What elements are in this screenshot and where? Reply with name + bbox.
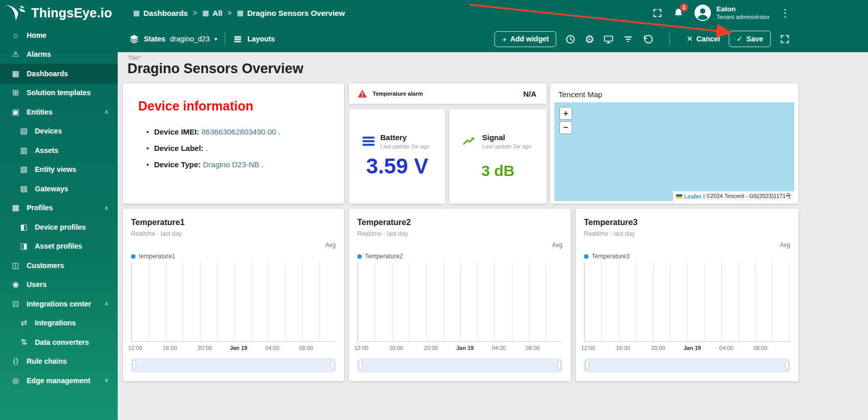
breadcrumb-all[interactable]: ▦ All	[202, 9, 222, 17]
breadcrumb-dashboards[interactable]: ▦ Dashboards	[133, 9, 188, 17]
notifications-button[interactable]: 1	[673, 8, 684, 18]
time-range-selector[interactable]	[584, 359, 790, 372]
sidebar-item-data-converters[interactable]: ⇅ Data converters	[0, 333, 118, 352]
layouts-button[interactable]: Layouts	[233, 34, 275, 44]
sidebar-item-home[interactable]: ⌂ Home	[0, 26, 118, 45]
dashboard-title-input[interactable]: Dragino Sensors Overview	[127, 61, 303, 77]
sidebar-item-asset-profiles[interactable]: ◨ Asset profiles	[0, 237, 118, 256]
chart-agg-label[interactable]: Avg	[552, 241, 562, 249]
kebab-icon: ⋮	[780, 7, 790, 19]
temperature1-chart-widget: Temperature1 Realtime - last day Avg tem…	[123, 209, 344, 381]
filters-button[interactable]	[623, 34, 634, 45]
breadcrumb-separator: >	[228, 9, 232, 17]
version-control-button[interactable]	[642, 34, 653, 45]
legend-label: Temperature2	[365, 253, 403, 260]
battery-last-update: Last update 2w ago	[380, 143, 429, 150]
save-label: Save	[746, 35, 763, 43]
states-label: States	[144, 35, 165, 43]
chart-plot-area	[131, 262, 336, 342]
time-range-selector[interactable]	[357, 359, 562, 372]
sidebar-item-profiles[interactable]: ▩ Profiles ∧	[0, 198, 118, 218]
range-handle-right[interactable]	[331, 360, 334, 370]
sidebar-item-integrations[interactable]: ⇄ Integrations	[0, 314, 118, 333]
chevron-up-icon: ∧	[104, 108, 108, 115]
sidebar-item-entity-views[interactable]: ▧ Entity views	[0, 160, 118, 180]
sidebar-item-entities[interactable]: ▣ Entities ∧	[0, 102, 118, 122]
chart-plot-area	[584, 262, 790, 342]
toolbar-actions: + Add widget ⚙	[494, 31, 790, 47]
asset-profiles-icon: ◨	[19, 241, 29, 251]
chart-legend[interactable]: temperature1	[131, 253, 175, 260]
toolbar-fullscreen-button[interactable]	[779, 34, 790, 45]
chart-agg-label[interactable]: Avg	[780, 241, 790, 249]
map-zoom-controls: + −	[559, 107, 572, 134]
dashboards-icon: ▦	[237, 9, 244, 17]
device-type-value[interactable]: Dragino D23-NB	[203, 160, 259, 169]
gateways-icon: ▨	[19, 184, 29, 193]
temperature3-chart-widget: Temperature3 Realtime - last day Avg Tem…	[576, 209, 798, 381]
chart-subtitle: Realtime - last day	[131, 230, 182, 237]
sidebar-item-assets[interactable]: ▥ Assets	[0, 141, 118, 160]
sidebar-item-edge-management[interactable]: ◎ Edge management ∨	[0, 371, 118, 390]
app-logo[interactable]: ThingsEye.io	[0, 4, 117, 21]
alarm-label: Temperature alarm	[373, 91, 423, 97]
breadcrumb-current-dashboard[interactable]: ▦ Dragino Sensors Overview	[237, 9, 345, 17]
entity-aliases-button[interactable]	[603, 34, 614, 45]
user-menu[interactable]: Eaton Tenant administrator	[694, 4, 770, 21]
entity-views-icon: ▧	[19, 165, 29, 174]
sidebar-item-customers[interactable]: ◫ Customers	[0, 256, 118, 275]
signal-title: Signal	[482, 132, 531, 143]
dashboards-icon: ▦	[11, 69, 20, 78]
more-menu-button[interactable]: ⋮	[780, 7, 790, 19]
add-widget-button[interactable]: + Add widget	[494, 31, 556, 47]
sidebar-item-integrations-center[interactable]: ⊡ Integrations center ∧	[0, 294, 118, 314]
sidebar-item-alarms[interactable]: ⚠ Alarms	[0, 45, 118, 64]
sidebar-item-devices[interactable]: ▤ Devices	[0, 122, 118, 141]
dashboards-icon: ▦	[133, 9, 140, 17]
temperature2-chart-widget: Temperature2 Realtime - last day Avg Tem…	[349, 209, 571, 381]
sidebar-item-gateways[interactable]: ▨ Gateways	[0, 179, 118, 198]
sidebar-item-device-profiles[interactable]: ◧ Device profiles	[0, 217, 118, 237]
zoom-in-button[interactable]: +	[559, 107, 572, 120]
sidebar-item-rule-chains[interactable]: ⟨⟩ Rule chains	[0, 352, 118, 371]
logo-text: ThingsEye.io	[31, 6, 112, 20]
zoom-out-button[interactable]: −	[559, 121, 572, 134]
sidebar-item-label: Gateways	[35, 185, 68, 193]
signal-value: 3 dB	[449, 162, 547, 180]
leaflet-link[interactable]: Leaflet	[684, 193, 701, 200]
save-button[interactable]: ✓ Save	[729, 31, 771, 47]
sidebar-item-solution-templates[interactable]: ⊞ Solution templates	[0, 83, 118, 103]
x-tick: 08:00	[526, 345, 540, 351]
map-canvas[interactable]: + − Leaflet | ©2024 Tencent - GS(2023)11…	[554, 102, 794, 201]
sidebar-item-label: Users	[27, 280, 47, 289]
dashboard-toolbar: States dragino_d23 ▾ Layouts + Add widge…	[118, 26, 868, 52]
x-tick: 08:00	[299, 345, 313, 351]
signal-widget: Signal Last update 2w ago 3 dB	[449, 109, 547, 204]
range-handle-left[interactable]	[585, 360, 589, 370]
chevron-down-icon: ∨	[104, 377, 108, 384]
cancel-button[interactable]: ✕ Cancel	[686, 34, 720, 43]
suffix: .	[276, 127, 280, 136]
fullscreen-button[interactable]	[652, 8, 663, 18]
breadcrumb-label: Dragino Sensors Overview	[247, 9, 345, 17]
sidebar-item-dashboards[interactable]: ▦ Dashboards	[0, 64, 118, 83]
chart-legend[interactable]: Temperature2	[357, 253, 403, 260]
chart-legend[interactable]: Temperature3	[584, 253, 630, 260]
time-range-selector[interactable]	[131, 359, 336, 372]
dashboard-settings-button[interactable]: ⚙	[584, 34, 594, 45]
chart-agg-label[interactable]: Avg	[326, 241, 336, 249]
sidebar-item-users[interactable]: ◉ Users	[0, 275, 118, 295]
time-window-button[interactable]	[565, 34, 576, 45]
topbar-actions: 1 Eaton Tenant administrator ⋮	[652, 4, 868, 21]
x-tick: 12:00	[354, 345, 368, 351]
entities-icon: ▣	[11, 107, 20, 117]
range-handle-left[interactable]	[359, 360, 362, 370]
breadcrumb-label: Dashboards	[143, 9, 188, 17]
range-handle-left[interactable]	[133, 360, 136, 370]
device-imei-value[interactable]: 863663062803490.00	[201, 127, 276, 136]
range-handle-right[interactable]	[785, 360, 789, 370]
states-selector[interactable]: States dragino_d23 ▾	[129, 34, 217, 44]
avatar-icon	[694, 4, 711, 21]
range-handle-right[interactable]	[557, 360, 561, 370]
x-tick: 08:00	[753, 345, 768, 351]
